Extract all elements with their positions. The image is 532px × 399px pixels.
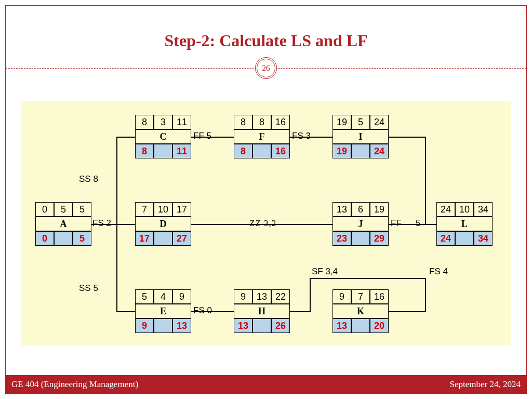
page-number: 26 [257,59,275,77]
ls: 0 [35,231,54,246]
connector [425,278,426,312]
footer: GE 404 (Engineering Management) Septembe… [5,375,527,394]
diagram-canvas: 055 A 05 8311 C 811 71017 D 1727 549 E 9… [21,101,511,345]
activity-C: 8311 C 811 [135,115,191,158]
connector [116,137,135,138]
activity-J: 13619 J 2329 [332,202,389,246]
name: A [35,217,91,231]
connector [425,137,426,225]
es: 0 [35,202,54,217]
slack [54,231,73,246]
lf: 5 [73,231,91,246]
footer-right: September 24, 2024 [450,379,521,390]
dur: 5 [54,202,73,217]
rel-FS4: FS 4 [429,267,448,277]
connector [116,224,135,225]
slide: Step-2: Calculate LS and LF 26 [0,0,532,399]
connector [389,311,426,312]
activity-H: 91322 H 1326 [234,289,290,333]
connector [310,278,311,312]
rel-SF34: SF 3,4 [312,267,338,277]
rel-SS8: SS 8 [79,174,98,184]
activity-D: 71017 D 1727 [135,202,191,246]
footer-left: GE 404 (Engineering Management) [11,379,138,390]
rel-SS5: SS 5 [79,283,98,294]
rel-FS3: FS 3 [292,131,311,141]
rel-FS0: FS 0 [193,305,212,316]
activity-K: 9716 K 1320 [332,289,389,333]
activity-I: 19524 I 1924 [332,115,389,158]
activity-L: 241034 L 2434 [436,202,493,246]
rel-FF5: FF 5 [193,131,211,141]
page-number-badge: 26 [255,57,277,79]
connector [116,311,135,312]
rel-five: 5 [416,218,420,229]
activity-F: 8816 F 816 [234,115,290,158]
activity-E: 549 E 913 [135,289,191,333]
rel-FS2: FS 2 [92,218,111,229]
rel-FF: FF [391,218,402,229]
activity-A: 055 A 05 [35,202,91,246]
connector [290,311,311,312]
ef: 5 [73,202,91,217]
connector [310,278,426,279]
rel-ZZ: ZZ 3,2 [249,218,276,229]
connector [389,137,426,138]
slide-title: Step-2: Calculate LS and LF [0,31,532,50]
